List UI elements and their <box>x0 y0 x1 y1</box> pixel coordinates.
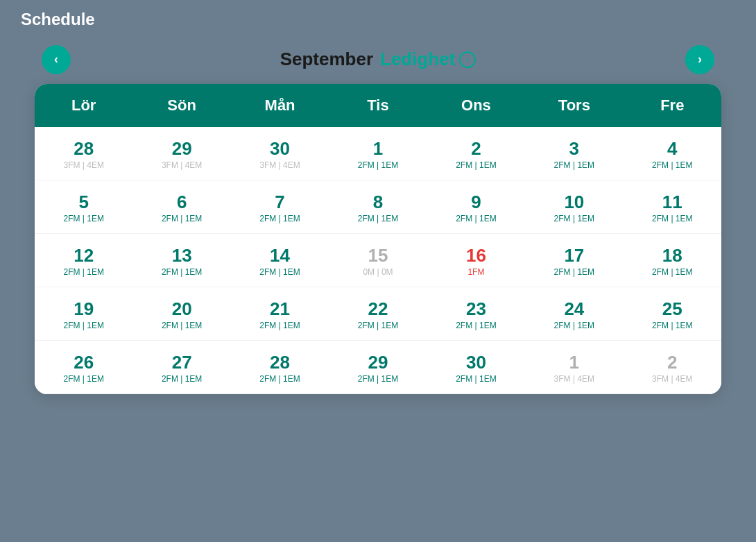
ledighet-label: Ledighet ○ <box>380 49 476 70</box>
next-month-button[interactable]: › <box>685 45 714 74</box>
day-number: 1 <box>373 139 383 158</box>
calendar-day-cell[interactable]: 7 2FM | 1EM <box>231 180 329 234</box>
day-slots: 2FM | 1EM <box>456 160 496 170</box>
day-number: 11 <box>662 193 682 211</box>
day-number: 29 <box>368 353 388 371</box>
calendar-day-cell[interactable]: 2 2FM | 1EM <box>427 127 525 180</box>
page-container: Schedule ‹ September Ledighet ○ › LörSön… <box>0 0 756 542</box>
calendar-day-cell[interactable]: 29 3FM | 4EM <box>132 127 230 180</box>
calendar-header-cell: Mån <box>231 84 329 127</box>
day-slots: 2FM | 1EM <box>652 321 692 330</box>
day-slots: 2FM | 1EM <box>456 214 496 223</box>
day-slots: 3FM | 4EM <box>554 374 594 384</box>
day-slots: 2FM | 1EM <box>652 214 692 223</box>
calendar-header-cell: Fre <box>624 84 721 127</box>
page-title: Schedule <box>21 10 95 29</box>
day-number: 30 <box>466 353 486 371</box>
calendar-day-cell[interactable]: 23 2FM | 1EM <box>427 287 525 341</box>
calendar-day-cell[interactable]: 30 3FM | 4EM <box>231 127 329 180</box>
calendar: LörSönMånTisOnsTorsFre 28 3FM | 4EM 29 3… <box>35 84 721 394</box>
calendar-day-cell[interactable]: 3 2FM | 1EM <box>525 127 623 180</box>
calendar-day-cell[interactable]: 2 3FM | 4EM <box>624 341 721 394</box>
day-slots: 2FM | 1EM <box>259 321 300 330</box>
day-number: 30 <box>270 139 290 158</box>
day-number: 12 <box>74 246 94 264</box>
calendar-day-cell[interactable]: 1 3FM | 4EM <box>525 341 623 394</box>
day-slots: 2FM | 1EM <box>652 267 692 277</box>
calendar-day-cell[interactable]: 1 2FM | 1EM <box>329 127 427 180</box>
day-slots: 2FM | 1EM <box>456 321 496 330</box>
day-slots: 3FM | 4EM <box>652 374 692 384</box>
month-name: September <box>280 49 373 70</box>
calendar-day-cell[interactable]: 18 2FM | 1EM <box>624 234 721 287</box>
calendar-day-cell[interactable]: 12 2FM | 1EM <box>35 234 132 287</box>
day-number: 6 <box>177 193 187 211</box>
day-number: 14 <box>270 246 290 264</box>
calendar-day-cell[interactable]: 27 2FM | 1EM <box>132 341 230 394</box>
calendar-day-cell[interactable]: 28 3FM | 4EM <box>35 127 132 180</box>
day-number: 18 <box>662 246 682 264</box>
day-slots: 2FM | 1EM <box>63 321 103 330</box>
calendar-day-cell[interactable]: 22 2FM | 1EM <box>329 287 427 341</box>
day-number: 7 <box>275 193 284 211</box>
calendar-header-cell: Lör <box>35 84 132 127</box>
day-number: 27 <box>172 353 192 371</box>
day-slots: 2FM | 1EM <box>358 214 398 223</box>
day-slots: 2FM | 1EM <box>358 160 398 170</box>
calendar-header-cell: Tis <box>329 84 427 127</box>
day-number: 20 <box>172 300 192 318</box>
day-number: 24 <box>564 300 584 318</box>
calendar-day-cell[interactable]: 5 2FM | 1EM <box>35 180 132 234</box>
day-number: 17 <box>564 246 584 264</box>
day-slots: 2FM | 1EM <box>554 321 594 330</box>
calendar-header-cell: Ons <box>427 84 525 127</box>
day-number: 4 <box>667 139 677 158</box>
day-number: 16 <box>466 246 486 264</box>
calendar-day-cell[interactable]: 13 2FM | 1EM <box>132 234 230 287</box>
day-number: 22 <box>368 300 388 318</box>
day-slots: 2FM | 1EM <box>652 160 692 170</box>
calendar-day-cell[interactable]: 8 2FM | 1EM <box>329 180 427 234</box>
calendar-day-cell[interactable]: 11 2FM | 1EM <box>624 180 721 234</box>
day-number: 23 <box>466 300 486 318</box>
calendar-day-cell[interactable]: 28 2FM | 1EM <box>231 341 329 394</box>
day-number: 5 <box>78 193 88 211</box>
calendar-day-cell[interactable]: 24 2FM | 1EM <box>525 287 623 341</box>
day-slots: 2FM | 1EM <box>63 267 103 277</box>
day-number: 1 <box>569 353 579 371</box>
day-slots: 0M | 0M <box>363 267 393 277</box>
month-title: September Ledighet ○ <box>21 49 735 70</box>
calendar-day-cell[interactable]: 20 2FM | 1EM <box>132 287 230 341</box>
day-slots: 2FM | 1EM <box>554 160 594 170</box>
calendar-day-cell[interactable]: 30 2FM | 1EM <box>427 341 525 394</box>
day-slots: 2FM | 1EM <box>63 374 103 384</box>
calendar-day-cell[interactable]: 14 2FM | 1EM <box>231 234 329 287</box>
calendar-day-cell[interactable]: 29 2FM | 1EM <box>329 341 427 394</box>
day-number: 10 <box>564 193 584 211</box>
calendar-header-cell: Sön <box>132 84 230 127</box>
day-number: 25 <box>662 300 682 318</box>
calendar-day-cell[interactable]: 10 2FM | 1EM <box>525 180 623 234</box>
day-slots: 2FM | 1EM <box>162 214 202 223</box>
calendar-day-cell[interactable]: 17 2FM | 1EM <box>525 234 623 287</box>
calendar-day-cell[interactable]: 26 2FM | 1EM <box>35 341 132 394</box>
calendar-day-cell[interactable]: 21 2FM | 1EM <box>231 287 329 341</box>
day-number: 19 <box>74 300 94 318</box>
calendar-day-cell[interactable]: 15 0M | 0M <box>329 234 427 287</box>
calendar-day-cell[interactable]: 4 2FM | 1EM <box>624 127 721 180</box>
calendar-day-cell[interactable]: 19 2FM | 1EM <box>35 287 132 341</box>
day-number: 9 <box>471 193 481 211</box>
calendar-day-cell[interactable]: 25 2FM | 1EM <box>624 287 721 341</box>
day-slots: 1FM <box>467 267 484 277</box>
day-slots: 2FM | 1EM <box>554 267 594 277</box>
day-number: 13 <box>172 246 192 264</box>
day-slots: 3FM | 4EM <box>162 160 202 170</box>
calendar-day-cell[interactable]: 6 2FM | 1EM <box>132 180 230 234</box>
header-row: ‹ September Ledighet ○ › <box>21 49 735 70</box>
day-number: 3 <box>569 139 579 158</box>
day-number: 8 <box>373 193 383 211</box>
prev-month-button[interactable]: ‹ <box>42 45 71 74</box>
day-slots: 2FM | 1EM <box>63 214 103 223</box>
calendar-day-cell[interactable]: 9 2FM | 1EM <box>427 180 525 234</box>
calendar-day-cell[interactable]: 16 1FM <box>427 234 525 287</box>
